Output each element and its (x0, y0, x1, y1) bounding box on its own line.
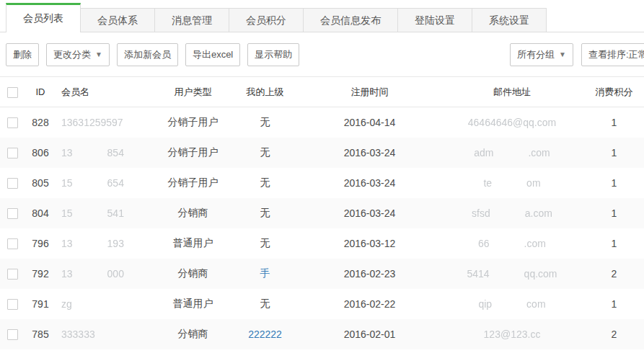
email: 66.com (447, 228, 577, 259)
superior: 无 (238, 289, 292, 319)
table-row: 796 13193 普通用户 无 2016-03-12 66.com 1 (0, 228, 644, 259)
tab-5[interactable]: 会员信息发布 (304, 8, 398, 32)
all-groups-dropdown[interactable]: 所有分组▼ (510, 43, 573, 66)
table-row: 804 15541 分销商 无 2016-03-24 sfsda.com 1 (0, 198, 644, 228)
email: 46464646@qq.com (447, 107, 577, 138)
register-date: 2016-03-24 (292, 168, 447, 198)
register-date: 2016-04-14 (292, 107, 447, 138)
member-id: 792 (25, 259, 56, 289)
table-header-row: ID会员名用户类型我的上级注册时间邮件地址消费积分 (0, 77, 644, 107)
member-name: zg (56, 289, 148, 319)
row-checkbox[interactable] (7, 269, 18, 280)
tab-label: 系统设置 (489, 14, 529, 26)
table-row: 792 13000 分销商 手 2016-02-23 5414qq.com 2 (0, 259, 644, 289)
member-id: 791 (25, 289, 56, 319)
superior: 无 (238, 228, 292, 259)
column-header-7: 消费积分 (577, 77, 644, 107)
button-label: 查看排序:正常排序 (588, 48, 644, 61)
tab-3[interactable]: 消息管理 (155, 8, 229, 32)
user-type: 分销商 (148, 259, 238, 289)
change-category-dropdown[interactable]: 更改分类▼ (46, 43, 110, 66)
member-name: 13000 (56, 259, 148, 289)
user-type: 普通用户 (148, 228, 238, 259)
show-help-button[interactable]: 显示帮助▼ (247, 43, 299, 66)
member-name: 13631259597 (56, 107, 148, 138)
button-label: 删除 (13, 48, 32, 61)
email: 123@123.cc (447, 319, 577, 349)
toolbar: 删除▼ 更改分类▼ 添加新会员▼ 导出excel▼ 显示帮助▼ 所有分组▼ 查看… (0, 32, 644, 76)
tab-label: 会员积分 (246, 14, 286, 26)
row-checkbox[interactable] (7, 238, 18, 249)
email: teom (447, 168, 577, 198)
member-id: 805 (25, 168, 56, 198)
superior: 无 (238, 198, 292, 228)
member-name: 13854 (56, 138, 148, 168)
consume-points: 2 (577, 319, 644, 349)
tab-label: 会员信息发布 (320, 14, 381, 26)
row-checkbox[interactable] (7, 329, 18, 340)
user-type: 普通用户 (148, 289, 238, 319)
member-id: 796 (25, 228, 56, 259)
user-type: 分销子用户 (148, 168, 238, 198)
member-id: 806 (25, 138, 56, 168)
consume-points: 1 (577, 289, 644, 319)
button-label: 导出excel (193, 48, 233, 61)
caret-down-icon: ▼ (559, 51, 566, 58)
tab-label: 会员体系 (97, 14, 138, 26)
row-checkbox[interactable] (7, 148, 18, 158)
consume-points: 2 (577, 259, 644, 289)
button-label: 所有分组 (517, 48, 555, 61)
member-table-wrap: ID会员名用户类型我的上级注册时间邮件地址消费积分 828 1363125959… (0, 76, 644, 349)
register-date: 2016-02-23 (292, 259, 447, 289)
email: adm.com (447, 138, 577, 168)
export-excel-button[interactable]: 导出excel▼ (185, 43, 240, 66)
tab-label: 会员列表 (23, 12, 63, 24)
table-row: 785 333333 分销商 222222 2016-02-01 123@123… (0, 319, 644, 349)
tab-6[interactable]: 登陆设置 (398, 8, 472, 32)
row-checkbox[interactable] (7, 117, 18, 128)
button-label: 显示帮助 (255, 48, 292, 61)
superior-link[interactable]: 手 (260, 267, 270, 279)
register-date: 2016-03-24 (292, 138, 447, 168)
tab-7[interactable]: 系统设置 (472, 8, 547, 32)
column-header-2: 会员名 (56, 77, 148, 107)
superior: 手 (238, 259, 292, 289)
register-date: 2016-02-01 (292, 319, 447, 349)
register-date: 2016-02-22 (292, 289, 447, 319)
table-row: 828 13631259597 分销子用户 无 2016-04-14 46464… (0, 107, 644, 138)
superior: 无 (238, 138, 292, 168)
superior: 无 (238, 107, 292, 138)
column-header-4: 我的上级 (238, 77, 292, 107)
superior-link[interactable]: 222222 (248, 329, 282, 340)
tab-1[interactable]: 会员列表 (6, 3, 81, 32)
select-all-checkbox[interactable] (7, 87, 18, 98)
register-date: 2016-03-12 (292, 228, 447, 259)
row-checkbox[interactable] (7, 178, 18, 189)
tab-2[interactable]: 会员体系 (81, 8, 155, 32)
tab-4[interactable]: 会员积分 (229, 8, 304, 32)
superior: 222222 (238, 319, 292, 349)
email: sfsda.com (447, 198, 577, 228)
caret-down-icon: ▼ (95, 51, 102, 58)
user-type: 分销子用户 (148, 138, 238, 168)
row-checkbox[interactable] (7, 299, 18, 310)
user-type: 分销商 (148, 198, 238, 228)
user-type: 分销子用户 (148, 107, 238, 138)
member-table: ID会员名用户类型我的上级注册时间邮件地址消费积分 828 1363125959… (0, 76, 644, 349)
row-checkbox[interactable] (7, 208, 18, 219)
member-name: 15541 (56, 198, 148, 228)
member-id: 804 (25, 198, 56, 228)
button-label: 添加新会员 (124, 48, 171, 61)
sort-order-dropdown[interactable]: 查看排序:正常排序▼ (581, 43, 644, 66)
consume-points: 1 (577, 138, 644, 168)
tab-label: 消息管理 (172, 14, 212, 26)
member-name: 15654 (56, 168, 148, 198)
add-member-button[interactable]: 添加新会员▼ (117, 43, 178, 66)
table-row: 805 15654 分销子用户 无 2016-03-24 teom 1 (0, 168, 644, 198)
email: qipcom (447, 289, 577, 319)
table-row: 806 13854 分销子用户 无 2016-03-24 adm.com 1 (0, 138, 644, 168)
table-row: 791 zg 普通用户 无 2016-02-22 qipcom 1 (0, 289, 644, 319)
superior: 无 (238, 168, 292, 198)
tab-label: 登陆设置 (415, 14, 455, 26)
delete-button[interactable]: 删除▼ (6, 43, 39, 66)
